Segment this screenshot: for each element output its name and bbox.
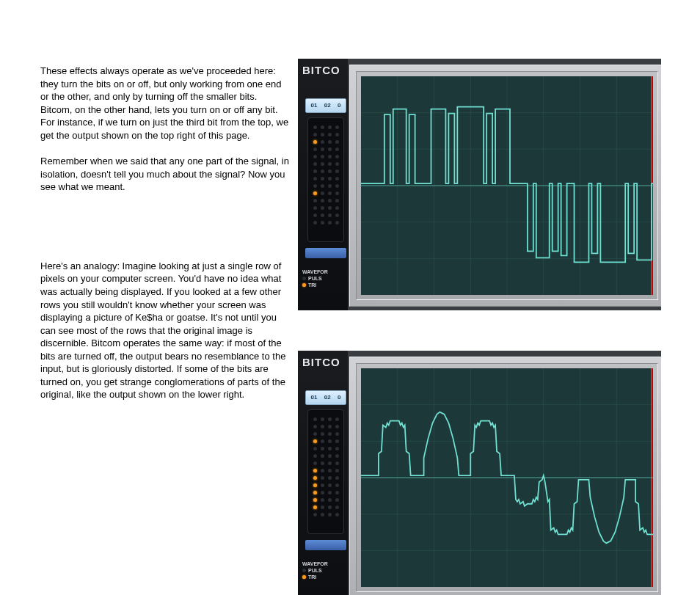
article-text: These effects always operate as we've pr… — [40, 65, 290, 415]
bitcom-side-panel: BITCO 01 02 0 WAVEFOR PULS TRI — [298, 59, 348, 310]
tab-02[interactable]: 02 — [324, 394, 331, 402]
scope-frame — [349, 65, 661, 307]
bitcom-figure-top: BITCO 01 02 0 WAVEFOR PULS TRI — [298, 59, 661, 310]
paragraph-3: Here's an analogy: Imagine looking at ju… — [40, 260, 290, 401]
tab-03[interactable]: 0 — [338, 394, 340, 402]
preset-tabs[interactable]: 01 02 0 — [305, 98, 346, 113]
oscilloscope-bottom — [361, 368, 653, 587]
tab-02[interactable]: 02 — [324, 102, 331, 110]
tab-03[interactable]: 0 — [338, 102, 340, 110]
waveform-labels: WAVEFOR PULS TRI — [302, 269, 328, 288]
tab-01[interactable]: 01 — [311, 394, 318, 402]
bit-led-grid[interactable] — [307, 409, 344, 534]
label-tri[interactable]: TRI — [302, 282, 328, 288]
bitcom-brand: BITCO — [302, 63, 340, 78]
scope-frame — [349, 357, 661, 595]
preset-tabs[interactable]: 01 02 0 — [305, 390, 346, 405]
bit-led-grid[interactable] — [307, 117, 344, 242]
bitcom-brand: BITCO — [302, 355, 340, 370]
panel-button[interactable] — [305, 540, 346, 550]
scope-bezel — [356, 363, 658, 592]
bitcom-side-panel: BITCO 01 02 0 WAVEFOR PULS TRI — [298, 351, 348, 595]
paragraph-2: Remember when we said that any one part … — [40, 155, 290, 194]
paragraph-1: These effects always operate as we've pr… — [40, 65, 290, 142]
bitcom-figure-bottom: BITCO 01 02 0 WAVEFOR PULS TRI — [298, 351, 661, 595]
oscilloscope-top — [361, 76, 653, 295]
waveform-labels: WAVEFOR PULS TRI — [302, 561, 328, 580]
scope-bezel — [356, 71, 658, 300]
tab-01[interactable]: 01 — [311, 102, 318, 110]
panel-button[interactable] — [305, 248, 346, 258]
label-tri[interactable]: TRI — [302, 574, 328, 580]
